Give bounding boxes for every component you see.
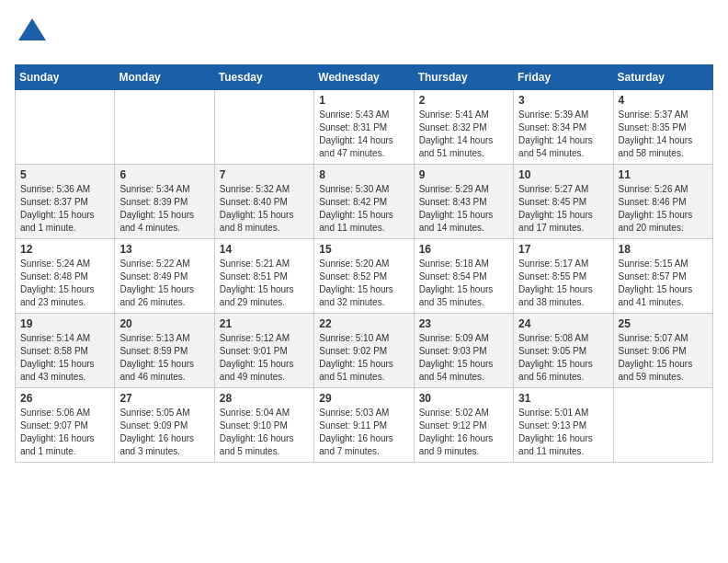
day-number: 4 — [619, 94, 708, 107]
day-info: Sunrise: 5:21 AMSunset: 8:51 PMDaylight:… — [220, 258, 309, 309]
calendar-header-row: SundayMondayTuesdayWednesdayThursdayFrid… — [16, 65, 713, 90]
day-number: 27 — [119, 392, 209, 405]
day-number: 9 — [419, 168, 508, 181]
day-number: 23 — [419, 317, 508, 330]
col-header-wednesday: Wednesday — [314, 65, 414, 90]
day-number: 20 — [119, 317, 209, 330]
day-cell: 20Sunrise: 5:13 AMSunset: 8:59 PMDayligh… — [115, 314, 214, 388]
day-number: 10 — [518, 168, 608, 181]
day-cell: 22Sunrise: 5:10 AMSunset: 9:02 PMDayligh… — [314, 314, 414, 388]
day-cell: 21Sunrise: 5:12 AMSunset: 9:01 PMDayligh… — [214, 314, 313, 388]
day-cell: 27Sunrise: 5:05 AMSunset: 9:09 PMDayligh… — [115, 388, 214, 463]
day-number: 21 — [220, 317, 309, 330]
day-cell: 7Sunrise: 5:32 AMSunset: 8:40 PMDaylight… — [214, 165, 313, 239]
day-cell: 18Sunrise: 5:15 AMSunset: 8:57 PMDayligh… — [613, 239, 712, 314]
day-info: Sunrise: 5:04 AMSunset: 9:10 PMDaylight:… — [220, 407, 309, 458]
day-info: Sunrise: 5:02 AMSunset: 9:12 PMDaylight:… — [419, 407, 508, 458]
day-cell: 4Sunrise: 5:37 AMSunset: 8:35 PMDaylight… — [613, 90, 712, 165]
day-number: 15 — [319, 243, 408, 256]
day-number: 7 — [220, 168, 309, 181]
col-header-saturday: Saturday — [613, 65, 712, 90]
day-cell: 29Sunrise: 5:03 AMSunset: 9:11 PMDayligh… — [314, 388, 414, 463]
day-info: Sunrise: 5:29 AMSunset: 8:43 PMDaylight:… — [419, 183, 508, 235]
day-info: Sunrise: 5:05 AMSunset: 9:09 PMDaylight:… — [119, 407, 209, 458]
day-number: 12 — [20, 243, 109, 256]
day-cell: 9Sunrise: 5:29 AMSunset: 8:43 PMDaylight… — [414, 165, 513, 239]
day-number: 11 — [619, 168, 708, 181]
day-number: 14 — [220, 243, 309, 256]
day-number: 3 — [518, 94, 608, 107]
day-cell: 23Sunrise: 5:09 AMSunset: 9:03 PMDayligh… — [414, 314, 513, 388]
day-info: Sunrise: 5:34 AMSunset: 8:39 PMDaylight:… — [119, 183, 209, 235]
day-info: Sunrise: 5:17 AMSunset: 8:55 PMDaylight:… — [518, 258, 608, 309]
week-row-1: 1Sunrise: 5:43 AMSunset: 8:31 PMDaylight… — [16, 90, 713, 165]
day-info: Sunrise: 5:36 AMSunset: 8:37 PMDaylight:… — [20, 183, 109, 235]
day-info: Sunrise: 5:24 AMSunset: 8:48 PMDaylight:… — [20, 258, 109, 309]
day-info: Sunrise: 5:15 AMSunset: 8:57 PMDaylight:… — [619, 258, 708, 309]
day-number: 1 — [319, 94, 408, 107]
day-cell: 17Sunrise: 5:17 AMSunset: 8:55 PMDayligh… — [514, 239, 613, 314]
day-cell: 24Sunrise: 5:08 AMSunset: 9:05 PMDayligh… — [514, 314, 613, 388]
day-info: Sunrise: 5:13 AMSunset: 8:59 PMDaylight:… — [119, 332, 209, 384]
logo — [15, 15, 53, 53]
day-info: Sunrise: 5:14 AMSunset: 8:58 PMDaylight:… — [20, 332, 109, 384]
svg-rect-1 — [22, 35, 42, 39]
day-info: Sunrise: 5:08 AMSunset: 9:05 PMDaylight:… — [518, 332, 608, 384]
day-info: Sunrise: 5:10 AMSunset: 9:02 PMDaylight:… — [319, 332, 408, 384]
day-cell: 16Sunrise: 5:18 AMSunset: 8:54 PMDayligh… — [414, 239, 513, 314]
day-info: Sunrise: 5:12 AMSunset: 9:01 PMDaylight:… — [220, 332, 309, 384]
day-number: 26 — [20, 392, 109, 405]
day-cell: 11Sunrise: 5:26 AMSunset: 8:46 PMDayligh… — [613, 165, 712, 239]
day-cell: 25Sunrise: 5:07 AMSunset: 9:06 PMDayligh… — [613, 314, 712, 388]
day-cell: 1Sunrise: 5:43 AMSunset: 8:31 PMDaylight… — [314, 90, 414, 165]
day-cell: 19Sunrise: 5:14 AMSunset: 8:58 PMDayligh… — [16, 314, 115, 388]
day-info: Sunrise: 5:03 AMSunset: 9:11 PMDaylight:… — [319, 407, 408, 458]
day-info: Sunrise: 5:39 AMSunset: 8:34 PMDaylight:… — [518, 109, 608, 160]
day-info: Sunrise: 5:18 AMSunset: 8:54 PMDaylight:… — [419, 258, 508, 309]
day-cell: 14Sunrise: 5:21 AMSunset: 8:51 PMDayligh… — [214, 239, 313, 314]
day-info: Sunrise: 5:41 AMSunset: 8:32 PMDaylight:… — [419, 109, 508, 160]
day-info: Sunrise: 5:37 AMSunset: 8:35 PMDaylight:… — [619, 109, 708, 160]
day-number: 25 — [619, 317, 708, 330]
day-cell — [115, 90, 214, 165]
day-number: 5 — [20, 168, 109, 181]
day-number: 17 — [518, 243, 608, 256]
day-info: Sunrise: 5:32 AMSunset: 8:40 PMDaylight:… — [220, 183, 309, 235]
week-row-5: 26Sunrise: 5:06 AMSunset: 9:07 PMDayligh… — [16, 388, 713, 463]
day-info: Sunrise: 5:20 AMSunset: 8:52 PMDaylight:… — [319, 258, 408, 309]
day-number: 2 — [419, 94, 508, 107]
day-cell: 30Sunrise: 5:02 AMSunset: 9:12 PMDayligh… — [414, 388, 513, 463]
day-number: 18 — [619, 243, 708, 256]
day-info: Sunrise: 5:01 AMSunset: 9:13 PMDaylight:… — [518, 407, 608, 458]
day-info: Sunrise: 5:30 AMSunset: 8:42 PMDaylight:… — [319, 183, 408, 235]
day-cell: 28Sunrise: 5:04 AMSunset: 9:10 PMDayligh… — [214, 388, 313, 463]
day-cell: 15Sunrise: 5:20 AMSunset: 8:52 PMDayligh… — [314, 239, 414, 314]
day-cell: 8Sunrise: 5:30 AMSunset: 8:42 PMDaylight… — [314, 165, 414, 239]
day-cell: 31Sunrise: 5:01 AMSunset: 9:13 PMDayligh… — [514, 388, 613, 463]
calendar-table: SundayMondayTuesdayWednesdayThursdayFrid… — [15, 64, 713, 463]
day-info: Sunrise: 5:43 AMSunset: 8:31 PMDaylight:… — [319, 109, 408, 160]
col-header-thursday: Thursday — [414, 65, 513, 90]
day-info: Sunrise: 5:09 AMSunset: 9:03 PMDaylight:… — [419, 332, 508, 384]
day-cell — [613, 388, 712, 463]
page-header — [15, 15, 713, 53]
day-cell: 26Sunrise: 5:06 AMSunset: 9:07 PMDayligh… — [16, 388, 115, 463]
day-cell: 5Sunrise: 5:36 AMSunset: 8:37 PMDaylight… — [16, 165, 115, 239]
day-number: 16 — [419, 243, 508, 256]
day-number: 30 — [419, 392, 508, 405]
day-info: Sunrise: 5:06 AMSunset: 9:07 PMDaylight:… — [20, 407, 109, 458]
day-cell: 13Sunrise: 5:22 AMSunset: 8:49 PMDayligh… — [115, 239, 214, 314]
day-cell: 12Sunrise: 5:24 AMSunset: 8:48 PMDayligh… — [16, 239, 115, 314]
col-header-sunday: Sunday — [16, 65, 115, 90]
col-header-friday: Friday — [514, 65, 613, 90]
day-number: 29 — [319, 392, 408, 405]
col-header-monday: Monday — [115, 65, 214, 90]
day-number: 13 — [119, 243, 209, 256]
day-cell: 6Sunrise: 5:34 AMSunset: 8:39 PMDaylight… — [115, 165, 214, 239]
day-number: 6 — [119, 168, 209, 181]
day-cell — [214, 90, 313, 165]
day-info: Sunrise: 5:27 AMSunset: 8:45 PMDaylight:… — [518, 183, 608, 235]
day-info: Sunrise: 5:07 AMSunset: 9:06 PMDaylight:… — [619, 332, 708, 384]
day-cell: 3Sunrise: 5:39 AMSunset: 8:34 PMDaylight… — [514, 90, 613, 165]
logo-icon — [15, 15, 50, 50]
